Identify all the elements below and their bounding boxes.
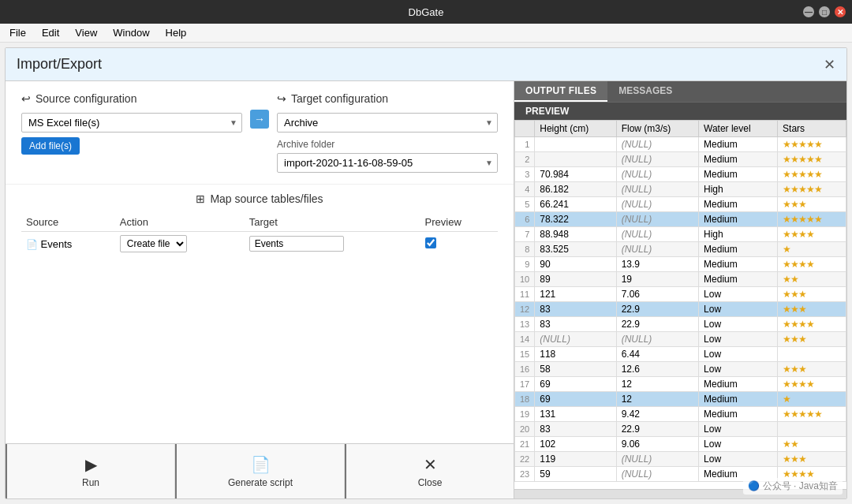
add-files-button[interactable]: Add file(s)	[21, 137, 80, 155]
row-num: 14	[515, 332, 535, 347]
run-label: Run	[82, 477, 99, 488]
table-row: 99013.9Medium★★★★	[515, 257, 846, 272]
row-flow: 7.06	[616, 287, 698, 302]
folder-select[interactable]: import-2020-11-16-08-59-05	[277, 153, 498, 173]
target-name-input[interactable]	[249, 236, 344, 252]
row-num: 21	[515, 437, 535, 452]
table-row: 191319.42Medium★★★★★	[515, 407, 846, 422]
row-flow: (NULL)	[616, 242, 698, 257]
map-section-title: ⊞ Map source tables/files	[21, 192, 498, 205]
row-flow: 9.06	[616, 437, 698, 452]
action-select[interactable]: Create file	[120, 235, 187, 252]
row-num: 3	[515, 167, 535, 182]
row-flow: 12	[616, 377, 698, 392]
row-flow: 6.44	[616, 347, 698, 362]
row-height: 69	[535, 377, 616, 392]
right-panel: OUTPUT FILES MESSAGES PREVIEW Height (cm…	[514, 81, 846, 498]
row-height: 83	[535, 302, 616, 317]
row-num: 10	[515, 272, 535, 287]
dialog-title: Import/Export	[17, 56, 102, 73]
row-stars: ★★★	[778, 362, 846, 377]
row-stars: ★★★★	[778, 317, 846, 332]
minimize-button[interactable]: —	[803, 6, 814, 17]
row-height: 70.984	[535, 167, 616, 182]
row-num: 8	[515, 242, 535, 257]
bottom-bar: ▶ Run 📄 Generate script ✕ Close	[6, 443, 514, 498]
table-row: 151186.44Low	[515, 347, 846, 362]
row-stars: ★★★★★	[778, 212, 846, 227]
row-flow: 22.9	[616, 422, 698, 437]
row-water: Low	[699, 422, 778, 437]
row-water: Medium	[699, 242, 778, 257]
map-icon: ⊞	[196, 192, 205, 205]
mapping-table: Source Action Target Preview 📄 Events	[21, 213, 498, 256]
close-button[interactable]: ✕ Close	[345, 444, 514, 498]
menu-window[interactable]: Window	[106, 25, 155, 40]
menu-help[interactable]: Help	[159, 25, 193, 40]
row-num: 18	[515, 392, 535, 407]
row-water: Low	[699, 317, 778, 332]
map-section: ⊞ Map source tables/files Source Action …	[6, 185, 514, 443]
row-stars: ★★★★★	[778, 152, 846, 167]
row-num: 11	[515, 287, 535, 302]
preview-col-rownum	[515, 121, 535, 137]
dialog-close-button[interactable]: ✕	[824, 56, 835, 73]
menu-view[interactable]: View	[69, 25, 103, 40]
table-row: 370.984(NULL)Medium★★★★★	[515, 167, 846, 182]
left-panel: ↩ Source configuration MS Excel file(s) …	[6, 81, 514, 498]
row-flow: 12	[616, 392, 698, 407]
tab-output-files[interactable]: OUTPUT FILES	[514, 81, 607, 102]
row-height: 102	[535, 437, 616, 452]
row-height: 83.525	[535, 242, 616, 257]
generate-script-button[interactable]: 📄 Generate script	[175, 444, 345, 498]
preview-table: Height (cm) Flow (m3/s) Water level Star…	[514, 120, 846, 482]
row-water: Medium	[699, 152, 778, 167]
row-stars: ★★★	[778, 452, 846, 467]
preview-col-flow: Flow (m3/s)	[616, 121, 698, 137]
row-height: 83	[535, 317, 616, 332]
target-type-select[interactable]: Archive	[277, 113, 498, 133]
table-row: 883.525(NULL)Medium★	[515, 242, 846, 257]
col-action: Action	[115, 213, 245, 232]
table-row: 22119(NULL)Low★★★	[515, 452, 846, 467]
menu-file[interactable]: File	[3, 25, 32, 40]
source-icon: ↩	[21, 92, 31, 105]
row-action: Create file	[115, 232, 245, 256]
row-height: 121	[535, 287, 616, 302]
main-window: Import/Export ✕ ↩ Source configuration M…	[5, 47, 847, 499]
table-row: 108919Medium★★	[515, 272, 846, 287]
row-flow: (NULL)	[616, 212, 698, 227]
config-row: ↩ Source configuration MS Excel file(s) …	[6, 81, 514, 185]
row-num: 20	[515, 422, 535, 437]
table-row: 📄 Events Create file	[21, 232, 498, 256]
row-height: 59	[535, 467, 616, 482]
tab-messages[interactable]: MESSAGES	[607, 81, 683, 102]
row-flow: (NULL)	[616, 467, 698, 482]
row-water: Medium	[699, 377, 778, 392]
window-close-button[interactable]: ✕	[835, 6, 846, 17]
row-height: 131	[535, 407, 616, 422]
window-header: Import/Export ✕	[6, 48, 846, 81]
row-num: 2	[515, 152, 535, 167]
row-height: 58	[535, 362, 616, 377]
run-icon: ▶	[85, 455, 97, 474]
titlebar: DbGate — □ ✕	[0, 0, 852, 24]
table-row: 678.322(NULL)Medium★★★★★	[515, 212, 846, 227]
row-num: 19	[515, 407, 535, 422]
preview-checkbox[interactable]	[425, 237, 436, 248]
row-stars: ★★★★★	[778, 137, 846, 152]
row-height	[535, 152, 616, 167]
menu-edit[interactable]: Edit	[36, 25, 65, 40]
arrow-button: →	[250, 110, 269, 129]
row-stars: ★★★	[778, 332, 846, 347]
table-row: 1(NULL)Medium★★★★★	[515, 137, 846, 152]
table-row: 176912Medium★★★★	[515, 377, 846, 392]
table-row: 208322.9Low	[515, 422, 846, 437]
run-button[interactable]: ▶ Run	[6, 444, 175, 498]
row-water: Medium	[699, 212, 778, 227]
source-type-select[interactable]: MS Excel file(s)	[21, 113, 242, 133]
maximize-button[interactable]: □	[819, 6, 830, 17]
preview-table-wrap[interactable]: Height (cm) Flow (m3/s) Water level Star…	[514, 120, 846, 489]
col-target: Target	[245, 213, 420, 232]
row-water: Low	[699, 452, 778, 467]
